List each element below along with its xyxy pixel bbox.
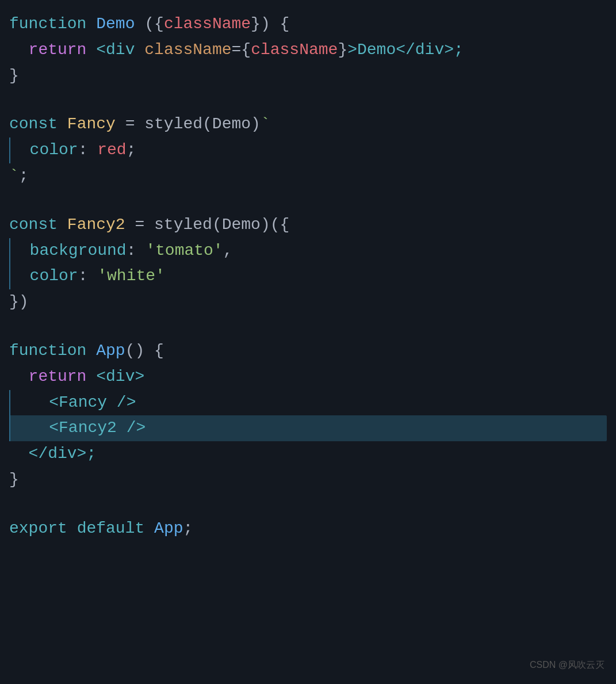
line-content: `;: [9, 163, 29, 189]
token: (: [135, 15, 154, 33]
line-content: }: [9, 63, 19, 89]
line-content: const Fancy2 = styled(Demo)({: [9, 212, 289, 238]
token: return: [29, 368, 87, 385]
token: [86, 368, 96, 385]
token: App: [96, 342, 125, 360]
token: {: [241, 41, 251, 59]
line-content: color: 'white': [9, 263, 165, 289]
code-line: <Fancy2 />: [9, 415, 607, 441]
line-content: color: red;: [9, 137, 136, 163]
line-content: background: 'tomato',: [9, 238, 232, 264]
code-line: function Demo ({className}) {: [9, 12, 607, 37]
token: {: [154, 15, 164, 33]
token: [135, 41, 144, 59]
code-line: `;: [9, 163, 607, 189]
token: = styled(Demo): [116, 115, 261, 133]
token: Fancy2: [67, 216, 125, 234]
token: function: [9, 15, 86, 33]
code-section-export: export default App;: [9, 516, 607, 542]
code-line: }: [9, 467, 607, 493]
token: }: [251, 15, 261, 33]
token: className: [144, 41, 231, 59]
token: const: [9, 115, 58, 133]
token: = styled(Demo)({: [125, 216, 290, 234]
code-line: color: 'white': [9, 263, 607, 289]
token: <div>: [96, 368, 144, 385]
code-section-demo-function: function Demo ({className}) { return <di…: [9, 12, 607, 89]
code-line: function App() {: [9, 338, 607, 364]
token: `: [261, 115, 270, 133]
line-content: export default App;: [9, 516, 193, 542]
token: [144, 519, 154, 537]
token: const: [9, 216, 58, 234]
token: ,: [223, 242, 233, 259]
token: [67, 519, 77, 537]
token: </div>;: [29, 445, 97, 463]
code-line: }): [9, 289, 607, 315]
code-section-fancy2-const: const Fancy2 = styled(Demo)({ background…: [9, 212, 607, 315]
line-content: }: [9, 467, 19, 493]
token: ) {: [261, 15, 289, 33]
token: export: [9, 519, 67, 537]
token: function: [9, 342, 86, 360]
code-line: background: 'tomato',: [9, 238, 607, 264]
token: [86, 342, 96, 360]
token: red: [97, 141, 126, 159]
code-line: <Fancy />: [9, 390, 607, 416]
token: 'white': [97, 267, 165, 285]
code-section-fancy-const: const Fancy = styled(Demo)` color: red;`…: [9, 112, 607, 189]
token: ;: [183, 519, 193, 537]
code-editor: function Demo ({className}) { return <di…: [9, 12, 607, 542]
token: }: [9, 471, 19, 488]
code-section-app-function: function App() { return <div> <Fancy /> …: [9, 338, 607, 493]
token: default: [77, 519, 145, 537]
token: color: [30, 141, 78, 159]
line-content: }): [9, 289, 29, 315]
token: App: [154, 519, 183, 537]
token: Demo: [96, 15, 135, 33]
token: ;: [127, 141, 136, 159]
token: className: [251, 41, 338, 59]
token: :: [78, 267, 98, 285]
token: }: [9, 67, 19, 85]
token: () {: [125, 342, 164, 360]
token: <Fancy />: [49, 393, 136, 411]
code-line: </div>;: [9, 441, 607, 467]
token: [86, 15, 96, 33]
line-content: function App() {: [9, 338, 164, 364]
token: color: [30, 267, 78, 285]
token: =: [232, 41, 242, 59]
code-line: const Fancy = styled(Demo)`: [9, 112, 607, 137]
token: [58, 115, 67, 133]
line-content: </div>;: [9, 441, 96, 467]
token: 'tomato': [146, 242, 223, 259]
code-line: }: [9, 63, 607, 89]
code-line: export default App;: [9, 516, 607, 542]
line-content: <Fancy />: [9, 390, 136, 416]
token: ;: [19, 167, 29, 185]
line-content: return <div>: [9, 364, 144, 390]
code-line: color: red;: [9, 137, 607, 163]
line-content: function Demo ({className}) {: [9, 12, 289, 37]
line-content: const Fancy = styled(Demo)`: [9, 112, 270, 137]
code-line: return <div className={className}>Demo</…: [9, 37, 607, 63]
token: >Demo</div>;: [347, 41, 464, 59]
token: `: [9, 167, 19, 185]
token: :: [78, 141, 98, 159]
token: [86, 41, 96, 59]
token: background: [30, 242, 127, 259]
token: <div: [96, 41, 135, 59]
token: <Fancy2 />: [49, 419, 146, 437]
token: className: [164, 15, 251, 33]
code-line: const Fancy2 = styled(Demo)({: [9, 212, 607, 238]
token: [58, 216, 67, 234]
token: :: [127, 242, 146, 259]
line-content: <Fancy2 />: [9, 415, 146, 441]
code-line: return <div>: [9, 364, 607, 390]
line-content: return <div className={className}>Demo</…: [9, 37, 464, 63]
token: }): [9, 293, 29, 311]
token: }: [338, 41, 347, 59]
watermark: CSDN @风吹云灭: [530, 658, 604, 672]
token: Fancy: [67, 115, 116, 133]
token: return: [29, 41, 87, 59]
